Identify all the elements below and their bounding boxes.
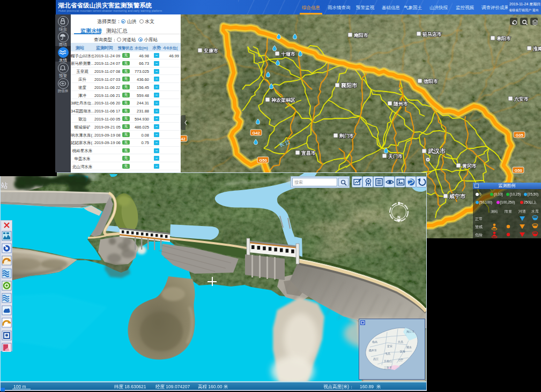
svg-text:天门市: 天门市 bbox=[388, 154, 403, 159]
svg-text:屯昌: 屯昌 bbox=[385, 352, 390, 356]
svg-text:昌江: 昌江 bbox=[373, 357, 379, 361]
svg-text:儋州市: 儋州市 bbox=[368, 349, 377, 352]
svg-text:咸宁市: 咸宁市 bbox=[449, 193, 466, 199]
svg-text:G50: G50 bbox=[259, 158, 266, 163]
svg-text:G50: G50 bbox=[514, 168, 522, 173]
svg-text:海口市: 海口市 bbox=[406, 330, 414, 334]
svg-text:五指山: 五指山 bbox=[384, 359, 392, 363]
svg-text:安康市: 安康市 bbox=[203, 48, 218, 54]
svg-text:随州市: 随州市 bbox=[394, 101, 408, 107]
svg-text:N: N bbox=[397, 215, 400, 220]
svg-text:陵水: 陵水 bbox=[406, 345, 412, 349]
svg-text:六安市: 六安市 bbox=[514, 96, 529, 102]
svg-text:琼海: 琼海 bbox=[399, 350, 405, 353]
svg-text:武汉市: 武汉市 bbox=[427, 148, 446, 154]
svg-text:十堰市: 十堰市 bbox=[280, 51, 295, 57]
svg-text:驻马店市: 驻马店市 bbox=[422, 32, 442, 37]
svg-text:神农架林区: 神农架林区 bbox=[271, 97, 295, 103]
svg-text:黄冈市: 黄冈市 bbox=[462, 163, 477, 169]
svg-text:文昌: 文昌 bbox=[398, 340, 403, 344]
svg-text:阜阳市: 阜阳市 bbox=[496, 36, 511, 41]
svg-text:宜昌市: 宜昌市 bbox=[301, 150, 316, 156]
svg-text:万宁: 万宁 bbox=[398, 358, 403, 361]
svg-text:三亚市: 三亚市 bbox=[384, 366, 392, 369]
svg-text:南阳市: 南阳市 bbox=[354, 33, 368, 38]
svg-text:G42: G42 bbox=[252, 131, 260, 135]
svg-text:临高: 临高 bbox=[372, 340, 377, 343]
svg-text:荆门市: 荆门市 bbox=[339, 133, 354, 139]
svg-text:淮南: 淮南 bbox=[533, 46, 541, 51]
svg-text:襄阳市: 襄阳市 bbox=[340, 82, 358, 88]
svg-text:定安: 定安 bbox=[387, 344, 392, 348]
svg-text:G35: G35 bbox=[515, 133, 523, 138]
svg-text:信阳市: 信阳市 bbox=[423, 79, 438, 84]
